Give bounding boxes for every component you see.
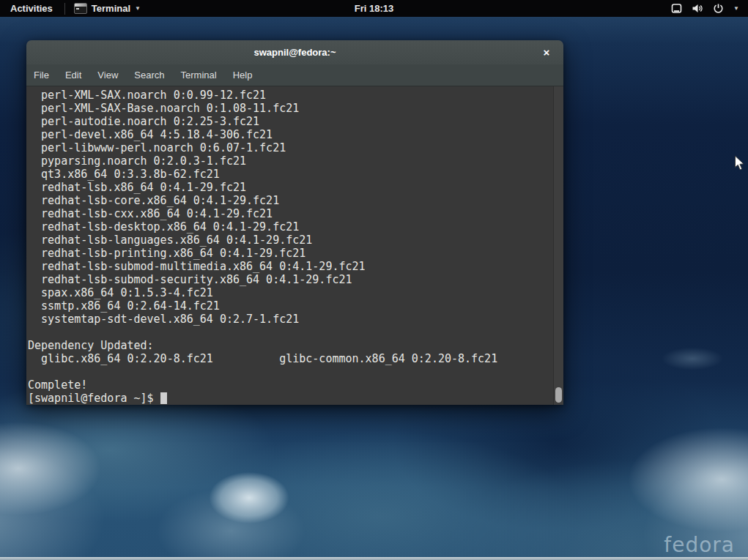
- app-menu-button[interactable]: Terminal ▼: [67, 0, 148, 17]
- status-area[interactable]: ▼: [662, 0, 748, 17]
- menubar: FileEditViewSearchTerminalHelp: [26, 64, 563, 86]
- top-bar-left: Activities Terminal ▼: [0, 0, 148, 17]
- terminal-window: swapnil@fedora:~ × FileEditViewSearchTer…: [26, 40, 563, 405]
- menu-item-help[interactable]: Help: [233, 70, 253, 81]
- chevron-down-icon: ▼: [135, 5, 141, 12]
- power-icon: [713, 3, 724, 14]
- menu-item-terminal[interactable]: Terminal: [181, 70, 217, 81]
- menu-item-file[interactable]: File: [34, 70, 49, 81]
- top-bar-separator: [64, 3, 65, 15]
- scrollbar-thumb[interactable]: [555, 387, 562, 403]
- terminal-app-icon: [74, 3, 87, 14]
- scrollbar-track[interactable]: [553, 86, 563, 405]
- top-bar: Activities Terminal ▼ Fri 18:13 ▼: [0, 0, 748, 17]
- menu-item-search[interactable]: Search: [134, 70, 164, 81]
- wallpaper-bottom-strip: [0, 557, 748, 560]
- display-icon: [671, 3, 682, 14]
- fedora-watermark: fedora: [664, 533, 735, 557]
- window-title: swapnil@fedora:~: [253, 47, 336, 58]
- menu-item-edit[interactable]: Edit: [65, 70, 81, 81]
- desktop: fedora Activities Terminal ▼ Fri 18:13 ▼: [0, 0, 748, 560]
- chevron-down-icon: ▼: [733, 5, 739, 12]
- close-button[interactable]: ×: [537, 40, 556, 64]
- terminal-cursor: [160, 392, 167, 404]
- menu-item-view[interactable]: View: [97, 70, 118, 81]
- terminal-output: perl-XML-SAX.noarch 0:0.99-12.fc21 perl-…: [28, 89, 563, 392]
- shell-prompt: [swapnil@fedora ~]$: [28, 392, 160, 405]
- window-titlebar[interactable]: swapnil@fedora:~ ×: [26, 40, 563, 64]
- volume-icon: [692, 3, 703, 14]
- app-menu-label: Terminal: [92, 3, 130, 14]
- prompt-line: [swapnil@fedora ~]$: [28, 392, 563, 405]
- activities-button[interactable]: Activities: [0, 0, 63, 17]
- terminal-screen[interactable]: perl-XML-SAX.noarch 0:0.99-12.fc21 perl-…: [26, 86, 563, 405]
